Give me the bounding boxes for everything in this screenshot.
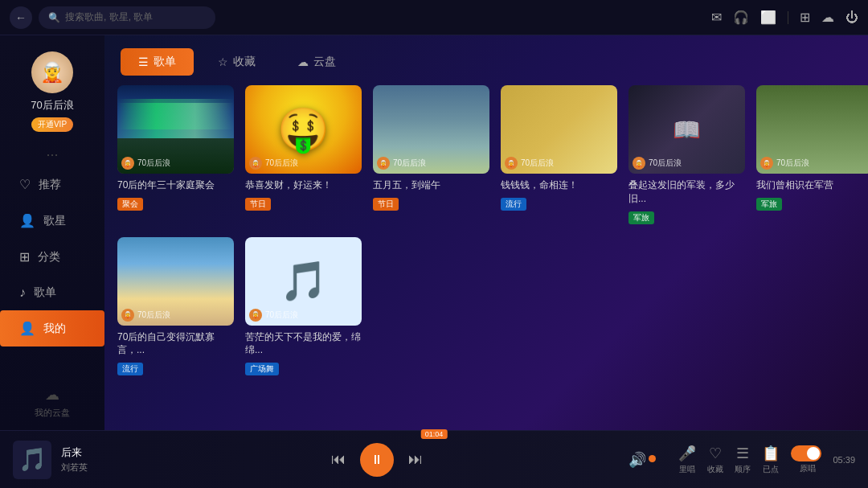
card-user: 🧝 70后后浪: [121, 157, 170, 170]
tabs-bar: ☰ 歌单 ☆ 收藏 ☁ 云盘: [104, 35, 868, 85]
sing-label: 里唱: [679, 464, 695, 475]
user-avatar-small: 🧝: [249, 157, 262, 170]
sidebar-item-artist[interactable]: 👤 歌星: [0, 203, 104, 239]
grid-row-2: 🧝 70后后浪 70后的自己变得沉默寡言，... 流行 🎵 🧝 70后后浪: [117, 237, 855, 376]
sidebar-nav: ♡ 推荐 👤 歌星 ⊞ 分类 ♪ 歌单 👤 我的: [0, 166, 104, 375]
list-item[interactable]: 🤑 🧝 70后后浪 恭喜发财，好运来！ 节日: [245, 85, 362, 224]
sidebar-item-label: 歌星: [43, 214, 66, 228]
tab-playlist-icon: ☰: [138, 55, 149, 68]
play-pause-button[interactable]: ⏸: [360, 443, 394, 477]
avatar: 🧝: [31, 51, 73, 93]
card-thumbnail: 📖 🧝 70后后浪: [628, 85, 745, 174]
player-bar: 01:04 🎵 后来 刘若英 ⏮ ⏸ ⏭ 🔊 🎤 里唱 ♡ 收藏 ☰ 顺序: [0, 430, 868, 488]
card-thumbnail: 🤑 🧝 70后后浪: [245, 85, 362, 174]
list-item[interactable]: 🧝 70后后浪 70后的年三十家庭聚会 聚会: [117, 85, 234, 224]
volume-icon[interactable]: 🔊: [628, 451, 646, 469]
card-tag: 流行: [117, 363, 143, 375]
tab-favorites[interactable]: ☆ 收藏: [200, 48, 273, 76]
share-icon[interactable]: ⊞: [800, 10, 810, 25]
tab-cloud-icon: ☁: [297, 55, 309, 68]
selected-label: 已点: [763, 464, 779, 475]
card-tag: 军旅: [756, 198, 782, 211]
sidebar-item-mine[interactable]: 👤 我的: [0, 310, 104, 347]
action-order[interactable]: ☰ 顺序: [735, 445, 751, 475]
settings-icon[interactable]: ☁: [821, 10, 834, 25]
card-user: 🧝 70后后浪: [121, 309, 170, 322]
tab-playlist[interactable]: ☰ 歌单: [121, 48, 194, 76]
action-selected[interactable]: 📋 已点: [762, 445, 780, 475]
prev-button[interactable]: ⏮: [331, 451, 346, 468]
list-item[interactable]: 🧝 70后后浪 五月五，到端午 节日: [373, 85, 489, 224]
card-user: 🧝 70后后浪: [760, 157, 809, 170]
next-button[interactable]: ⏭: [408, 451, 423, 468]
tab-favorites-icon: ☆: [218, 55, 228, 68]
card-username: 70后后浪: [137, 158, 170, 169]
recommend-icon: ♡: [19, 177, 31, 192]
list-item[interactable]: 🧝 70后后浪 我们曾相识在军营 军旅: [756, 85, 868, 224]
card-title: 恭喜发财，好运来！: [245, 178, 362, 192]
search-bar[interactable]: 🔍 搜索歌曲, 歌星, 歌单: [39, 6, 215, 29]
sidebar-item-label: 我的: [43, 322, 66, 336]
card-username: 70后后浪: [649, 158, 682, 169]
grid-row-1: 🧝 70后后浪 70后的年三十家庭聚会 聚会 🤑 🧝 70后后浪: [117, 85, 855, 224]
player-thumbnail: 🎵: [13, 441, 51, 479]
list-item[interactable]: 🧝 70后后浪 钱钱钱，命相连！ 流行: [501, 85, 617, 224]
power-icon[interactable]: ⏻: [845, 10, 858, 25]
card-title: 五月五，到端午: [373, 178, 489, 192]
sidebar-item-label: 分类: [38, 250, 60, 265]
card-user: 🧝 70后后浪: [377, 157, 426, 170]
order-label: 顺序: [735, 464, 751, 475]
sidebar: 🧝 70后后浪 开通VIP ... ♡ 推荐 👤 歌星 ⊞ 分类 ♪ 歌单: [0, 35, 104, 430]
sidebar-item-category[interactable]: ⊞ 分类: [0, 239, 104, 275]
card-user: 🧝 70后后浪: [249, 309, 298, 322]
topbar-left: ← 🔍 搜索歌曲, 歌星, 歌单: [10, 6, 215, 29]
card-username: 70后后浪: [776, 158, 809, 169]
list-item[interactable]: 🎵 🧝 70后后浪 苦茫的天下不是我的爱，绵绵... 广场舞: [245, 237, 362, 376]
sidebar-item-recommend[interactable]: ♡ 推荐: [0, 166, 104, 203]
user-avatar-small: 🧝: [121, 309, 134, 322]
headphone-icon[interactable]: 🎧: [733, 10, 749, 25]
card-thumbnail: 🧝 70后后浪: [117, 237, 234, 326]
user-avatar-small: 🧝: [377, 157, 390, 170]
back-button[interactable]: ←: [10, 6, 32, 29]
card-thumbnail: 🧝 70后后浪: [117, 85, 234, 174]
card-title: 钱钱钱，命相连！: [501, 178, 617, 192]
vip-badge[interactable]: 开通VIP: [31, 117, 73, 132]
card-tag: 广场舞: [245, 363, 279, 375]
list-item[interactable]: 🧝 70后后浪 70后的自己变得沉默寡言，... 流行: [117, 237, 234, 376]
action-sing[interactable]: 🎤 里唱: [678, 445, 696, 475]
cloud-label: 我的云盘: [35, 407, 70, 419]
original-toggle[interactable]: [791, 445, 821, 461]
player-info: 后来 刘若英: [61, 445, 133, 474]
card-title: 苦茫的天下不是我的爱，绵绵...: [245, 330, 362, 358]
tab-cloud-label: 云盘: [313, 55, 336, 69]
sidebar-item-label: 歌单: [34, 285, 56, 300]
tab-playlist-label: 歌单: [154, 55, 176, 69]
sidebar-bottom[interactable]: ☁ 我的云盘: [0, 375, 104, 430]
player-right: 🎤 里唱 ♡ 收藏 ☰ 顺序 📋 已点 原唱 05:39: [678, 445, 855, 475]
sidebar-item-playlist[interactable]: ♪ 歌单: [0, 275, 104, 310]
player-artist: 刘若英: [61, 461, 133, 474]
card-title: 70后的年三十家庭聚会: [117, 178, 234, 192]
list-item[interactable]: 📖 🧝 70后后浪 叠起这发旧的军装，多少旧... 军旅: [628, 85, 745, 224]
card-username: 70后后浪: [521, 158, 554, 169]
card-tag: 节日: [245, 198, 271, 211]
player-title: 后来: [61, 445, 133, 460]
screen-icon[interactable]: ⬜: [760, 10, 776, 25]
sidebar-profile: 🧝 70后后浪 开通VIP: [0, 43, 104, 143]
card-title: 叠起这发旧的军装，多少旧...: [628, 178, 745, 206]
mail-icon[interactable]: ✉: [711, 10, 722, 25]
tab-cloud[interactable]: ☁ 云盘: [280, 48, 354, 76]
search-icon: 🔍: [48, 12, 60, 23]
card-user: 🧝 70后后浪: [633, 157, 682, 170]
favorite-label: 收藏: [707, 464, 723, 475]
topbar: ← 🔍 搜索歌曲, 歌星, 歌单 ✉ 🎧 ⬜ ⊞ ☁ ⏻: [0, 0, 868, 35]
action-favorite[interactable]: ♡ 收藏: [707, 445, 723, 475]
progress-time: 01:04: [421, 429, 448, 439]
card-username: 70后后浪: [265, 158, 298, 169]
card-thumbnail: 🧝 70后后浪: [756, 85, 868, 174]
user-avatar-small: 🧝: [633, 157, 645, 170]
playlist-grid: 🧝 70后后浪 70后的年三十家庭聚会 聚会 🤑 🧝 70后后浪: [104, 85, 868, 430]
username: 70后后浪: [31, 98, 73, 113]
card-user: 🧝 70后后浪: [249, 157, 298, 170]
